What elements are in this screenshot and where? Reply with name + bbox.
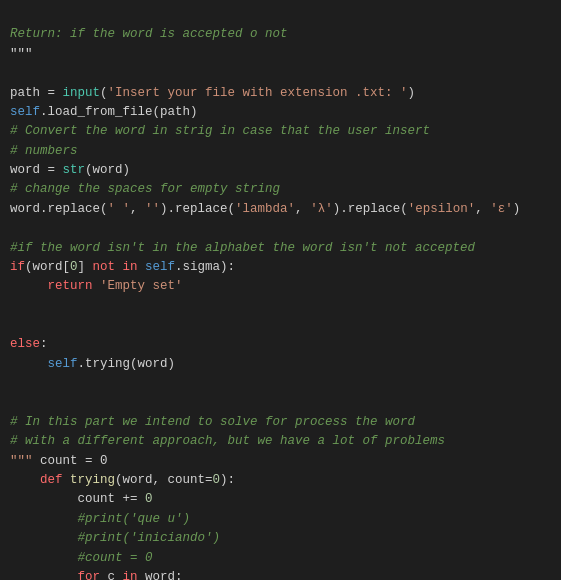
- comment-line: # with a different approach, but we have…: [10, 434, 445, 448]
- code-line: count += 0: [10, 492, 153, 506]
- comment-line: # In this part we intend to solve for pr…: [10, 415, 415, 429]
- code-line: return 'Empty set': [10, 279, 183, 293]
- code-editor: Return: if the word is accepted o not ""…: [0, 0, 561, 580]
- line-1: Return: if the word is accepted o not ""…: [10, 27, 520, 580]
- code-line: path = input('Insert your file with exte…: [10, 86, 415, 100]
- comment-line: # Convert the word in strig in case that…: [10, 124, 430, 138]
- code-line: #print('iniciando'): [10, 531, 220, 545]
- code-line: count = 0: [33, 454, 108, 468]
- code-line: """: [10, 454, 33, 468]
- comment-line: #if the word isn't in the alphabet the w…: [10, 241, 475, 255]
- comment-line: # change the spaces for empty string: [10, 182, 280, 196]
- comment-text: Return: if the word is accepted o not: [10, 27, 288, 41]
- code-line: #print('que u'): [10, 512, 190, 526]
- code-line: def trying(word, count=0):: [10, 473, 235, 487]
- code-line: #count = 0: [10, 551, 153, 565]
- comment-line: # numbers: [10, 144, 78, 158]
- code-line: for c in word:: [10, 570, 183, 580]
- code-line: self.load_from_file(path): [10, 105, 198, 119]
- code-line: else:: [10, 337, 48, 351]
- docstring-close: """: [10, 47, 33, 61]
- code-line: if(word[0] not in self.sigma):: [10, 260, 235, 274]
- code-line: word.replace(' ', '').replace('lambda', …: [10, 202, 520, 216]
- code-line: word = str(word): [10, 163, 130, 177]
- code-line: self.trying(word): [10, 357, 175, 371]
